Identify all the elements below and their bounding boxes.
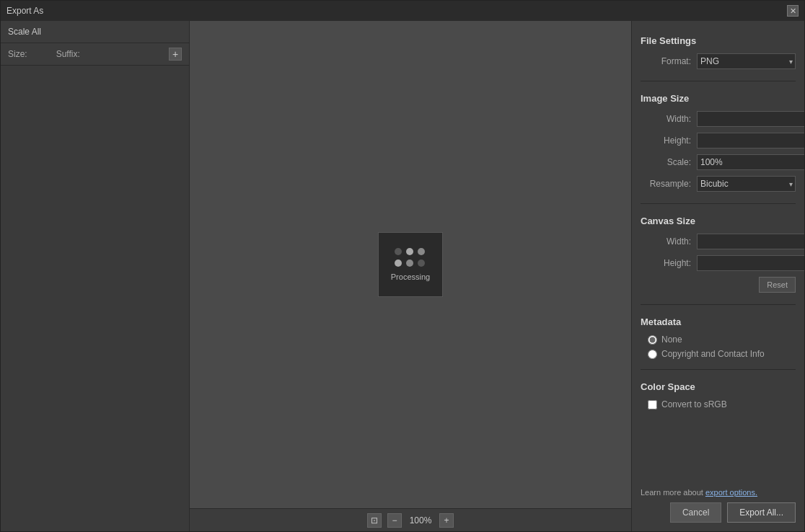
resample-select-wrapper: Bicubic Bilinear Nearest Neighbor (697, 176, 796, 192)
file-settings-title: File Settings (641, 35, 796, 46)
close-button[interactable]: ✕ (787, 5, 799, 17)
reset-button[interactable]: Reset (759, 277, 796, 293)
divider-3 (641, 304, 796, 305)
metadata-none-radio[interactable] (648, 335, 657, 345)
image-height-row: Height: px (641, 133, 796, 148)
resample-label: Resample: (641, 179, 691, 189)
metadata-copyright-row: Copyright and Contact Info (648, 349, 796, 359)
convert-srgb-label: Convert to sRGB (661, 399, 727, 409)
resample-row: Resample: Bicubic Bilinear Nearest Neigh… (641, 176, 796, 192)
dot-2 (406, 248, 413, 255)
add-button[interactable]: + (169, 48, 182, 61)
image-width-label: Width: (641, 114, 691, 124)
color-space-title: Color Space (641, 381, 796, 392)
metadata-none-label: None (661, 334, 682, 345)
scale-all-row: Size: Suffix: + (1, 43, 189, 66)
canvas-width-row: Width: px (641, 234, 796, 249)
dot-5 (406, 260, 413, 267)
convert-srgb-row: Convert to sRGB (648, 399, 796, 409)
resample-select[interactable]: Bicubic Bilinear Nearest Neighbor (697, 176, 796, 192)
metadata-title: Metadata (641, 316, 796, 327)
metadata-copyright-label: Copyright and Contact Info (661, 349, 765, 359)
scale-input[interactable] (697, 154, 804, 170)
learn-more: Learn more about export options. (641, 481, 796, 497)
image-size-title: Image Size (641, 93, 796, 104)
learn-more-link[interactable]: export options. (705, 488, 757, 497)
left-list-area (1, 66, 189, 531)
image-height-label: Height: (641, 136, 691, 146)
canvas-height-row: Height: px (641, 255, 796, 271)
processing-box: Processing (378, 232, 443, 297)
format-row: Format: PNG JPG SVG GIF (641, 53, 796, 69)
scale-row: Scale: (641, 154, 796, 170)
dot-3 (418, 248, 425, 255)
canvas-height-input[interactable] (697, 255, 804, 271)
scale-all-header: Scale All (1, 21, 189, 43)
size-label: Size: (8, 49, 27, 59)
learn-more-prefix: Learn more about (641, 488, 705, 497)
dot-4 (395, 260, 402, 267)
canvas-area: Processing ⊡ − 100% + (190, 21, 631, 531)
dot-6 (418, 260, 425, 267)
cancel-button[interactable]: Cancel (670, 502, 721, 523)
export-all-button[interactable]: Export All... (727, 502, 796, 523)
canvas-width-label: Width: (641, 236, 691, 247)
image-width-input[interactable] (697, 111, 804, 127)
convert-srgb-checkbox[interactable] (648, 400, 657, 409)
title-bar: Export As ✕ (1, 1, 804, 21)
zoom-value: 100% (408, 515, 434, 526)
format-label: Format: (641, 56, 691, 66)
spinner-dots (395, 248, 426, 268)
dot-1 (395, 248, 402, 255)
canvas-width-input[interactable] (697, 234, 804, 249)
suffix-label: Suffix: (56, 49, 80, 59)
scale-all-label: Scale All (8, 27, 41, 37)
left-panel: Scale All Size: Suffix: + (1, 21, 190, 531)
canvas-toolbar: ⊡ − 100% + (190, 508, 631, 531)
divider-2 (641, 203, 796, 204)
right-panel: File Settings Format: PNG JPG SVG GIF Im… (631, 21, 804, 531)
divider-1 (641, 81, 796, 81)
canvas-height-label: Height: (641, 258, 691, 268)
window-title: Export As (6, 6, 43, 16)
metadata-copyright-radio[interactable] (648, 350, 657, 359)
window: Export As ✕ Scale All Size: Suffix: + (0, 0, 805, 532)
fit-button[interactable]: ⊡ (367, 513, 382, 528)
divider-4 (641, 369, 796, 370)
image-width-row: Width: px (641, 111, 796, 127)
processing-label: Processing (391, 272, 430, 281)
format-select[interactable]: PNG JPG SVG GIF (697, 53, 796, 69)
image-height-input[interactable] (697, 133, 804, 148)
scale-label: Scale: (641, 157, 691, 167)
format-select-wrapper: PNG JPG SVG GIF (697, 53, 796, 69)
canvas-size-title: Canvas Size (641, 216, 796, 226)
bottom-buttons: Cancel Export All... (641, 502, 796, 523)
reset-row: Reset (641, 277, 796, 293)
zoom-in-button[interactable]: + (439, 513, 454, 528)
main-content: Scale All Size: Suffix: + (1, 21, 804, 531)
metadata-none-row: None (648, 334, 796, 345)
zoom-out-button[interactable]: − (387, 513, 402, 528)
canvas-viewport: Processing (190, 21, 631, 508)
